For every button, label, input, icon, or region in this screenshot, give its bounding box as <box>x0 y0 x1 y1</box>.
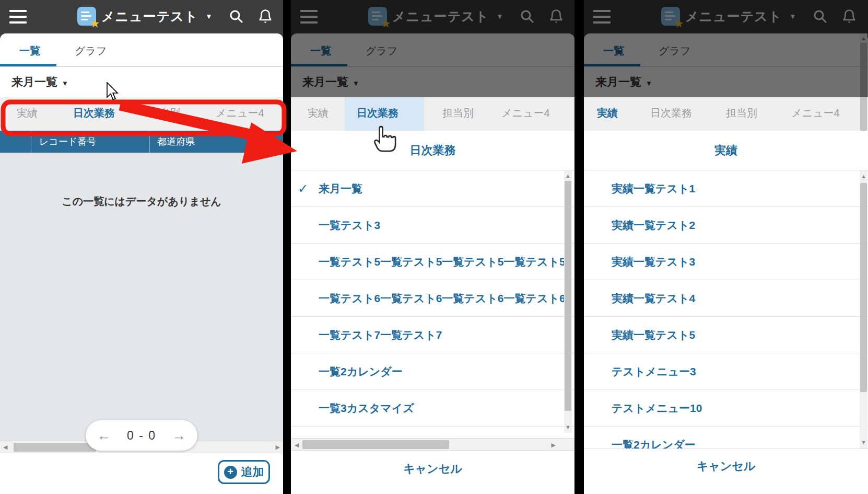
list-item[interactable]: 一覧2カレンダー <box>291 353 574 390</box>
phone-panel-1: メニューテスト ▼ 一覧 グラフ 来月一覧▼ 実績 日次業務 担当別 メニュー4 <box>0 0 283 494</box>
search-icon[interactable] <box>228 8 244 24</box>
phone-panel-2: メニューテスト ▼ 一覧 グラフ 来月一覧▼ 実績 日次業務 担当別 メニュー4 <box>291 0 574 494</box>
scrollbar-thumb[interactable] <box>860 183 867 392</box>
add-record-button[interactable]: + 追加 <box>218 460 270 484</box>
list-item[interactable]: 一覧テスト7一覧テスト7 <box>291 317 574 353</box>
view-selector[interactable]: 来月一覧▼ <box>11 74 68 90</box>
sheet-list: 実績一覧テスト1 実績一覧テスト2 実績一覧テスト3 実績一覧テスト4 実績一覧… <box>584 170 868 449</box>
notification-bell-icon[interactable] <box>258 8 273 24</box>
list-item[interactable]: 一覧テスト3 <box>291 207 574 244</box>
menu-item-menu4[interactable]: メニュー4 <box>791 106 840 120</box>
sheet-vertical-scrollbar[interactable]: ▲ ▼ <box>860 170 867 449</box>
screenshot-stage: メニューテスト ▼ 一覧 グラフ 来月一覧▼ 実績 日次業務 担当別 メニュー4 <box>0 0 868 494</box>
phone-panel-3: メニューテスト ▼ 一覧 グラフ 来月一覧▼ 実績 日次業務 担当別 メニュー4… <box>584 0 868 494</box>
menu-item-menu4[interactable]: メニュー4 <box>216 106 264 120</box>
menu-item-tantou[interactable]: 担当別 <box>149 106 180 120</box>
menu-item-jisseki[interactable]: 実績 <box>308 106 329 120</box>
chevron-down-icon: ▼ <box>62 79 68 87</box>
scroll-right-icon[interactable]: ▶ <box>552 442 556 448</box>
app-header: メニューテスト ▼ <box>0 0 283 33</box>
app-title-group[interactable]: メニューテスト ▼ <box>77 7 212 26</box>
view-selector-row: 来月一覧▼ <box>0 67 283 97</box>
page-prev-icon[interactable]: ← <box>97 429 111 442</box>
sheet-cancel-button[interactable]: キャンセル <box>291 451 574 494</box>
sheet-cancel-button[interactable]: キャンセル <box>584 449 868 494</box>
empty-state-message: この一覧にはデータがありません <box>0 194 283 209</box>
table-header-prefecture: 都道府県 <box>150 131 283 153</box>
sheet-horizontal-scrollbar[interactable]: ◀ ▶ <box>291 438 574 451</box>
chevron-down-icon: ▼ <box>206 13 213 20</box>
footer: + 追加 <box>0 453 283 494</box>
dim-overlay <box>584 0 868 97</box>
menu-item-tantou[interactable]: 担当別 <box>442 106 474 120</box>
table-header-row: レコード番号 都道府県 <box>0 131 283 153</box>
scrollbar-thumb[interactable] <box>302 440 449 449</box>
hamburger-menu-icon[interactable] <box>9 10 27 24</box>
app-icon <box>77 7 96 26</box>
custom-menu-bar: 実績 日次業務 担当別 メニュー4 <box>291 97 574 131</box>
list-item[interactable]: 実績一覧テスト1 <box>584 170 868 207</box>
scrollbar-thumb[interactable] <box>14 443 96 452</box>
list-item[interactable]: 一覧テスト5一覧テスト5一覧テスト5一覧テスト5 <box>291 244 574 280</box>
menu-item-nichiji[interactable]: 日次業務 <box>650 106 692 120</box>
list-item[interactable]: 実績一覧テスト2 <box>584 207 868 244</box>
page-next-icon[interactable]: → <box>172 429 186 442</box>
list-item[interactable]: 実績一覧テスト3 <box>584 244 868 280</box>
dim-overlay <box>291 0 574 97</box>
list-item[interactable]: 一覧3カスタマイズ <box>291 390 574 427</box>
menu-item-jisseki[interactable]: 実績 <box>597 106 618 120</box>
list-item[interactable]: 実績一覧テスト5 <box>584 317 868 353</box>
app-content: 一覧 グラフ 来月一覧▼ 実績 日次業務 担当別 メニュー4 実績 実績一覧テス… <box>584 33 868 494</box>
sheet-title: 実績 <box>584 131 868 170</box>
scroll-left-icon[interactable]: ◀ <box>295 442 299 448</box>
list-item[interactable]: 一覧テスト6一覧テスト6一覧テスト6一覧テスト6 <box>291 280 574 317</box>
scroll-down-icon[interactable]: ▼ <box>565 424 571 430</box>
scrollbar-thumb[interactable] <box>565 181 571 411</box>
list-item[interactable]: ✓来月一覧 <box>291 170 574 207</box>
active-tab-underline <box>0 64 56 66</box>
list-item[interactable]: テストメニュー10 <box>584 390 868 427</box>
table-header-record-number: レコード番号 <box>31 131 150 153</box>
tab-graph[interactable]: グラフ <box>75 44 107 58</box>
list-item[interactable]: 実績一覧テスト4 <box>584 280 868 317</box>
star-icon <box>90 19 100 28</box>
scroll-down-icon[interactable]: ▼ <box>861 440 866 445</box>
app-content: 一覧 グラフ 来月一覧▼ 実績 日次業務 担当別 メニュー4 日次業務 ✓来月一… <box>291 33 574 494</box>
scroll-up-icon[interactable]: ▲ <box>861 174 866 179</box>
tab-bar: 一覧 グラフ <box>0 33 283 67</box>
menu-item-nichiji[interactable]: 日次業務 <box>73 106 115 120</box>
menu-item-menu4[interactable]: メニュー4 <box>501 106 550 120</box>
menu-item-tantou[interactable]: 担当別 <box>726 106 757 120</box>
tab-list[interactable]: 一覧 <box>19 44 40 58</box>
sheet-list: ✓来月一覧 一覧テスト3 一覧テスト5一覧テスト5一覧テスト5一覧テスト5 一覧… <box>291 170 574 427</box>
sheet-vertical-scrollbar[interactable]: ▲ ▼ <box>564 170 572 433</box>
plus-icon: + <box>224 466 237 479</box>
app-title: メニューテスト <box>101 8 198 25</box>
list-item[interactable]: テストメニュー3 <box>584 353 868 390</box>
menu-item-jisseki[interactable]: 実績 <box>17 106 38 120</box>
scroll-left-icon[interactable]: ◀ <box>3 444 7 450</box>
menu-item-nichiji[interactable]: 日次業務 <box>357 106 398 120</box>
list-item[interactable]: 一覧2カレンダー <box>584 427 868 449</box>
pagination-pill: ← 0 - 0 → <box>86 420 197 451</box>
scroll-right-icon[interactable]: ▶ <box>276 444 280 450</box>
sheet-title: 日次業務 <box>291 131 574 170</box>
table-empty-body: この一覧にはデータがありません <box>0 153 283 441</box>
page-range: 0 - 0 <box>127 429 156 443</box>
custom-menu-bar: 実績 日次業務 担当別 メニュー4 <box>0 97 283 131</box>
checkmark-icon: ✓ <box>298 181 308 196</box>
scroll-up-icon[interactable]: ▲ <box>565 173 571 179</box>
custom-menu-bar: 実績 日次業務 担当別 メニュー4 <box>584 97 868 131</box>
table-header-blank <box>0 131 31 153</box>
